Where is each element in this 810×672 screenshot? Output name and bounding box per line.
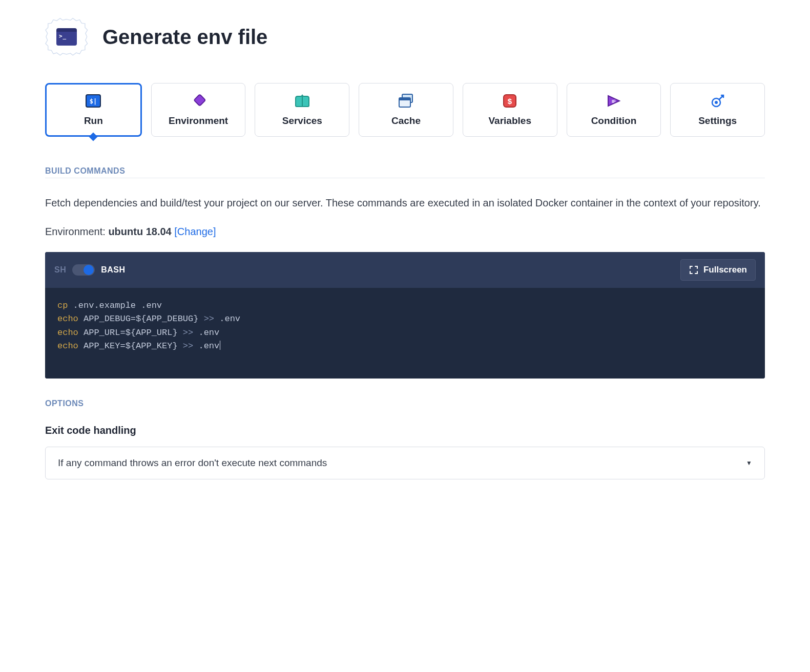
services-icon: [295, 94, 310, 108]
tab-label: Services: [282, 115, 322, 127]
tabs: $| Run Environment Services Cache $ Vari…: [45, 83, 765, 137]
options-heading: OPTIONS: [45, 399, 765, 408]
code-body[interactable]: cp .env.example .env echo APP_DEBUG=${AP…: [45, 288, 765, 379]
tab-label: Environment: [169, 115, 228, 127]
svg-text:$|: $|: [90, 98, 97, 105]
exit-code-value: If any command throws an error don't exe…: [58, 457, 327, 469]
fullscreen-label: Fullscreen: [703, 265, 747, 275]
cache-icon: [398, 94, 414, 108]
page-title: Generate env file: [102, 26, 267, 49]
tab-run[interactable]: $| Run: [45, 83, 142, 137]
exit-code-label: Exit code handling: [45, 425, 765, 436]
variables-icon: $: [503, 94, 517, 108]
tab-label: Cache: [391, 115, 421, 127]
shell-bash-label[interactable]: BASH: [101, 265, 125, 275]
build-commands-heading: BUILD COMMANDS: [45, 166, 765, 178]
code-editor: SH BASH Fullscreen cp .env.example .env …: [45, 252, 765, 379]
svg-rect-2: [194, 94, 205, 106]
settings-icon: [710, 94, 725, 108]
tab-cache[interactable]: Cache: [359, 83, 453, 137]
exit-code-select[interactable]: If any command throws an error don't exe…: [45, 447, 765, 479]
tab-settings[interactable]: Settings: [670, 83, 765, 137]
svg-point-11: [715, 101, 718, 104]
shell-toggle[interactable]: [72, 264, 95, 276]
tab-label: Settings: [698, 115, 737, 127]
fullscreen-icon: [689, 265, 698, 275]
environment-icon: [191, 94, 205, 108]
code-toolbar: SH BASH Fullscreen: [45, 252, 765, 288]
tab-variables[interactable]: $ Variables: [463, 83, 557, 137]
tab-services[interactable]: Services: [255, 83, 349, 137]
tab-label: Condition: [591, 115, 637, 127]
shell-toggle-group: SH BASH: [54, 264, 126, 276]
action-icon: [45, 15, 88, 58]
tab-environment[interactable]: Environment: [151, 83, 246, 137]
svg-text:$: $: [508, 97, 512, 106]
env-value: ubuntu 18.04: [108, 226, 171, 237]
environment-line: Environment: ubuntu 18.04 [Change]: [45, 226, 765, 238]
condition-icon: IF: [606, 94, 621, 108]
page-header: Generate env file: [45, 15, 765, 58]
tab-label: Variables: [489, 115, 531, 127]
change-environment-link[interactable]: [Change]: [174, 226, 216, 237]
svg-text:IF: IF: [612, 99, 616, 104]
svg-rect-6: [399, 98, 410, 100]
run-icon: $|: [86, 94, 101, 108]
chevron-down-icon: ▼: [746, 459, 752, 467]
tab-label: Run: [84, 115, 103, 127]
shell-sh-label[interactable]: SH: [54, 265, 66, 275]
tab-condition[interactable]: IF Condition: [567, 83, 661, 137]
terminal-icon: [56, 28, 77, 46]
build-description: Fetch dependencies and build/test your p…: [45, 195, 765, 212]
fullscreen-button[interactable]: Fullscreen: [680, 259, 756, 281]
env-label: Environment:: [45, 226, 108, 237]
